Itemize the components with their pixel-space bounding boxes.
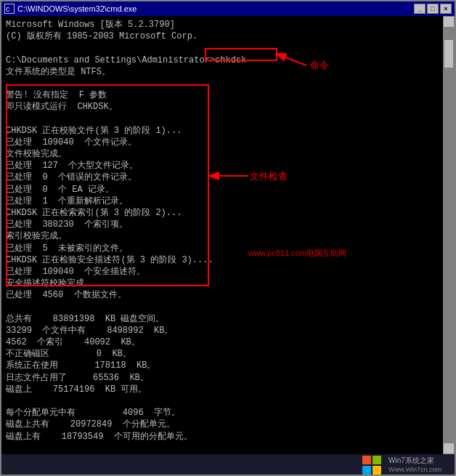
console-output: Microsoft Windows [版本 5.2.3790] (C) 版权所有… [6, 19, 450, 454]
svg-rect-7 [362, 456, 371, 464]
win7-orb-icon [361, 454, 384, 475]
svg-rect-10 [372, 466, 381, 475]
svg-rect-9 [362, 466, 371, 475]
maximize-button[interactable]: □ [427, 4, 439, 14]
svg-rect-8 [372, 456, 381, 464]
scroll-down-button[interactable]: ▼ [443, 443, 455, 454]
close-button[interactable]: × [440, 4, 452, 14]
svg-text:C: C [6, 7, 10, 13]
minimize-button[interactable]: _ [414, 4, 426, 14]
console-area: Microsoft Windows [版本 5.2.3790] (C) 版权所有… [1, 16, 455, 454]
bottom-bar: Win7系统之家 Www.Win7cn.com [1, 454, 455, 475]
scrollbar[interactable]: ▲ ▼ [443, 16, 455, 454]
scroll-up-button[interactable]: ▲ [443, 16, 455, 28]
window-title: C:\WINDOWS\system32\cmd.exe [17, 4, 137, 13]
scroll-thumb[interactable] [444, 39, 454, 68]
title-bar: C C:\WINDOWS\system32\cmd.exe _ □ × [1, 1, 455, 16]
title-bar-left: C C:\WINDOWS\system32\cmd.exe [4, 4, 137, 14]
title-buttons: _ □ × [414, 4, 452, 14]
cmd-window: C C:\WINDOWS\system32\cmd.exe _ □ × Micr… [0, 0, 456, 476]
cmd-icon: C [4, 4, 15, 14]
win7-brand-text: Win7系统之家 Www.Win7cn.com [388, 456, 441, 473]
